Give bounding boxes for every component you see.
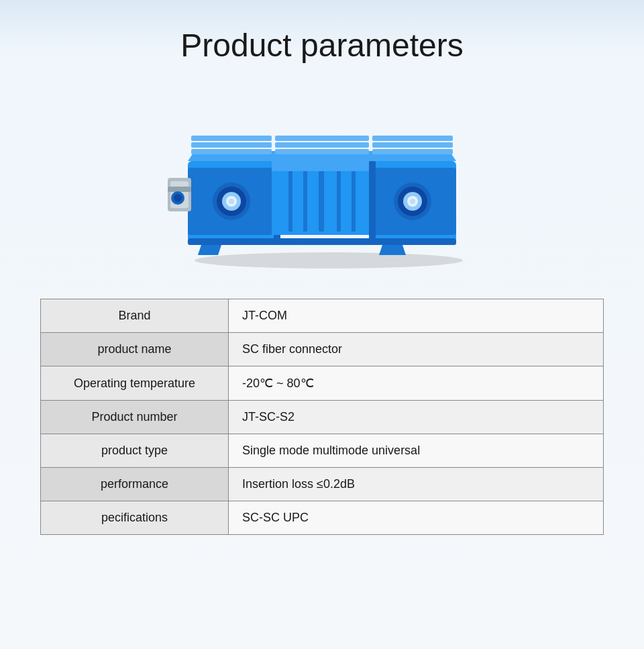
table-value-cell: JT-SC-S2 bbox=[229, 401, 604, 434]
svg-point-25 bbox=[229, 199, 234, 204]
svg-rect-43 bbox=[303, 171, 307, 232]
svg-point-0 bbox=[195, 252, 463, 268]
table-label-cell: performance bbox=[41, 468, 229, 501]
table-row: performanceInsertion loss ≤0.2dB bbox=[41, 468, 604, 501]
table-label-cell: product name bbox=[41, 333, 229, 366]
table-label-cell: Product number bbox=[41, 401, 229, 434]
table-value-cell: -20℃ ~ 80℃ bbox=[229, 366, 604, 401]
table-row: pecificationsSC-SC UPC bbox=[41, 501, 604, 535]
svg-rect-34 bbox=[188, 238, 275, 245]
table-row: BrandJT-COM bbox=[41, 299, 604, 333]
svg-rect-20 bbox=[275, 136, 369, 141]
svg-rect-13 bbox=[191, 142, 272, 148]
table-label-cell: pecifications bbox=[41, 501, 229, 535]
table-value-cell: JT-COM bbox=[229, 299, 604, 333]
table-label-cell: Operating temperature bbox=[41, 366, 229, 401]
product-image bbox=[121, 77, 523, 285]
table-label-cell: product type bbox=[41, 434, 229, 468]
table-value-cell: Single mode multimode universal bbox=[229, 434, 604, 468]
svg-rect-33 bbox=[168, 187, 191, 192]
svg-rect-15 bbox=[372, 149, 453, 154]
svg-rect-44 bbox=[337, 171, 341, 232]
table-value-cell: Insertion loss ≤0.2dB bbox=[229, 468, 604, 501]
svg-rect-17 bbox=[372, 136, 453, 141]
svg-rect-36 bbox=[272, 238, 372, 245]
table-row: product nameSC fiber connector bbox=[41, 333, 604, 366]
svg-rect-12 bbox=[191, 149, 272, 154]
table-row: Operating temperature-20℃ ~ 80℃ bbox=[41, 366, 604, 401]
svg-rect-19 bbox=[275, 142, 369, 148]
table-label-cell: Brand bbox=[41, 299, 229, 333]
svg-rect-11 bbox=[369, 161, 376, 242]
svg-marker-38 bbox=[379, 245, 406, 255]
table-row: Product numberJT-SC-S2 bbox=[41, 401, 604, 434]
svg-rect-6 bbox=[272, 161, 372, 171]
svg-rect-14 bbox=[191, 136, 272, 141]
svg-point-30 bbox=[410, 199, 415, 204]
svg-point-40 bbox=[174, 194, 182, 202]
svg-rect-16 bbox=[372, 142, 453, 148]
parameters-table: BrandJT-COMproduct nameSC fiber connecto… bbox=[40, 299, 604, 535]
page-title: Product parameters bbox=[180, 27, 464, 64]
svg-rect-18 bbox=[275, 149, 369, 154]
svg-marker-37 bbox=[198, 245, 221, 255]
svg-rect-42 bbox=[288, 171, 292, 232]
svg-rect-35 bbox=[369, 238, 456, 245]
table-value-cell: SC fiber connector bbox=[229, 333, 604, 366]
table-value-cell: SC-SC UPC bbox=[229, 501, 604, 535]
table-row: product typeSingle mode multimode univer… bbox=[41, 434, 604, 468]
svg-rect-45 bbox=[352, 171, 356, 232]
svg-rect-41 bbox=[319, 171, 324, 232]
